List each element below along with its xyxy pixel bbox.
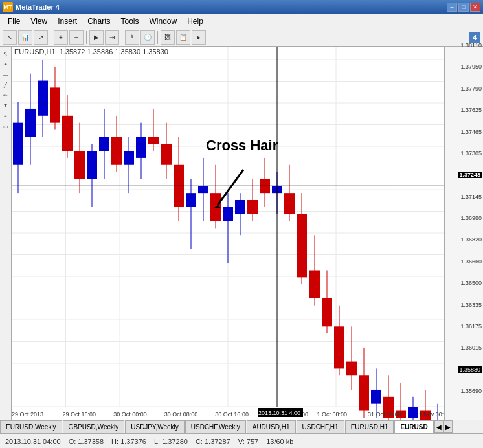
tab-GBPUSD-Weekly[interactable]: GBPUSD,Weekly bbox=[63, 420, 125, 433]
toolbar-sep-4 bbox=[157, 31, 158, 44]
price-label: 1.37145 bbox=[460, 194, 482, 200]
price-label: 1.35830 bbox=[458, 366, 482, 373]
maximize-button[interactable]: □ bbox=[458, 3, 469, 12]
lt-pencil[interactable]: ✏ bbox=[1, 91, 10, 100]
price-label: 1.37790 bbox=[460, 85, 482, 92]
toolbar: ↖ 📊 ↗ + − ▶ ⇥ 🕯 🕐 🖼 📋 ▸ 4 bbox=[0, 28, 483, 47]
toolbar-more[interactable]: ▸ bbox=[192, 30, 206, 45]
price-label: 1.36660 bbox=[460, 258, 482, 265]
tab-bar: EURUSD,WeeklyGBPUSD,WeeklyUSDJPY,WeeklyU… bbox=[0, 420, 483, 434]
minimize-button[interactable]: – bbox=[447, 3, 457, 12]
menu-item-help[interactable]: Help bbox=[182, 16, 208, 27]
toolbar-sep-1 bbox=[51, 31, 51, 44]
price-label: 1.37625 bbox=[460, 107, 482, 113]
menu-item-insert[interactable]: Insert bbox=[52, 16, 82, 27]
price-label: 1.36335 bbox=[460, 302, 482, 308]
price-label: 1.36175 bbox=[460, 323, 482, 330]
price-label: 1.37248 bbox=[458, 172, 482, 178]
menu-item-charts[interactable]: Charts bbox=[82, 16, 115, 27]
toolbar-template[interactable]: 📋 bbox=[176, 30, 190, 45]
toolbar-cursor[interactable]: ↗ bbox=[34, 30, 48, 45]
price-label: 1.36980 bbox=[460, 215, 482, 221]
price-label: 1.38110 bbox=[460, 42, 482, 49]
lt-trendline[interactable]: ╱ bbox=[1, 80, 10, 89]
toolbar-screenshot[interactable]: 🖼 bbox=[161, 30, 175, 45]
status-bar: 2013.10.31 04:00 O: 1.37358 H: 1.37376 L… bbox=[0, 434, 483, 448]
menu-item-view[interactable]: View bbox=[25, 16, 52, 27]
toolbar-sep-2 bbox=[86, 31, 87, 44]
chart-info: EURUSD,H1 1.35872 1.35886 1.35830 1.3583… bbox=[14, 48, 168, 56]
status-volume: V: 757 bbox=[238, 438, 258, 445]
lt-crosshair[interactable]: + bbox=[1, 60, 10, 69]
lt-hline[interactable]: — bbox=[1, 70, 10, 79]
price-label: 1.35690 bbox=[460, 388, 482, 394]
chart-symbol: EURUSD,H1 bbox=[14, 48, 56, 56]
toolbar-badge: 4 bbox=[469, 32, 480, 43]
price-label: 1.36820 bbox=[460, 236, 482, 243]
toolbar-time[interactable]: 🕐 bbox=[140, 30, 155, 45]
menu-item-file[interactable]: File bbox=[3, 16, 25, 27]
toolbar-sep-3 bbox=[122, 31, 122, 44]
main-area: ↖ + — ╱ ✏ T ≡ ▭ EURUSD,H1 1.35872 1.3588… bbox=[0, 47, 483, 420]
window-controls: – □ ✕ bbox=[447, 3, 480, 12]
price-label: 1.37305 bbox=[460, 150, 482, 157]
menu-bar: FileViewInsertChartsToolsWindowHelp bbox=[0, 14, 483, 28]
menu-item-window[interactable]: Window bbox=[144, 16, 183, 27]
left-toolbar: ↖ + — ╱ ✏ T ≡ ▭ bbox=[0, 47, 12, 420]
status-filesize: 13/60 kb bbox=[266, 438, 293, 445]
app-title: MetaTrader 4 bbox=[16, 3, 60, 11]
lt-rect[interactable]: ▭ bbox=[1, 122, 10, 131]
tab-EURUSD[interactable]: EURUSD bbox=[394, 420, 433, 433]
app-icon: MT bbox=[3, 2, 13, 12]
toolbar-chart[interactable]: 📊 bbox=[18, 30, 32, 45]
toolbar-candlestick[interactable]: 🕯 bbox=[125, 30, 139, 45]
toolbar-forward[interactable]: ▶ bbox=[89, 30, 104, 45]
toolbar-zoom-out[interactable]: − bbox=[69, 30, 84, 45]
status-high: H: 1.37376 bbox=[111, 438, 146, 445]
tab-scroll-right[interactable]: ▶ bbox=[444, 420, 453, 433]
toolbar-end[interactable]: ⇥ bbox=[105, 30, 119, 45]
price-label: 1.36015 bbox=[460, 344, 482, 351]
status-open: O: 1.37358 bbox=[69, 438, 104, 445]
lt-fib[interactable]: ≡ bbox=[1, 111, 10, 120]
toolbar-zoom-in[interactable]: + bbox=[54, 30, 68, 45]
status-low: L: 1.37280 bbox=[154, 438, 188, 445]
chart-values: 1.35872 1.35886 1.35830 1.35830 bbox=[60, 48, 168, 56]
price-label: 1.36500 bbox=[460, 280, 482, 286]
price-label: 1.37950 bbox=[460, 63, 482, 70]
tab-EURUSD-H1[interactable]: EURUSD,H1 bbox=[345, 420, 394, 433]
chart-container[interactable]: EURUSD,H1 1.35872 1.35886 1.35830 1.3583… bbox=[12, 47, 444, 420]
price-label: 1.37465 bbox=[460, 129, 482, 135]
menu-item-tools[interactable]: Tools bbox=[116, 16, 144, 27]
tab-USDCHF-Weekly[interactable]: USDCHF,Weekly bbox=[185, 420, 246, 433]
close-button[interactable]: ✕ bbox=[470, 3, 480, 12]
lt-text[interactable]: T bbox=[1, 101, 10, 110]
status-datetime: 2013.10.31 04:00 bbox=[5, 438, 61, 445]
tab-USDJPY-Weekly[interactable]: USDJPY,Weekly bbox=[125, 420, 185, 433]
tab-USDCHF-H1[interactable]: USDCHF,H1 bbox=[297, 420, 344, 433]
toolbar-arrow[interactable]: ↖ bbox=[3, 30, 17, 45]
lt-arrow[interactable]: ↖ bbox=[1, 49, 10, 58]
price-scale: 1.381101.379501.377901.376251.374651.373… bbox=[444, 47, 483, 420]
tab-AUDUSD-H1[interactable]: AUDUSD,H1 bbox=[247, 420, 296, 433]
tab-EURUSD-Weekly[interactable]: EURUSD,Weekly bbox=[0, 420, 62, 433]
status-close: C: 1.37287 bbox=[196, 438, 230, 445]
tab-scroll-left[interactable]: ◀ bbox=[434, 420, 444, 433]
title-bar: MT MetaTrader 4 – □ ✕ bbox=[0, 0, 483, 14]
chart-canvas[interactable] bbox=[12, 47, 444, 420]
